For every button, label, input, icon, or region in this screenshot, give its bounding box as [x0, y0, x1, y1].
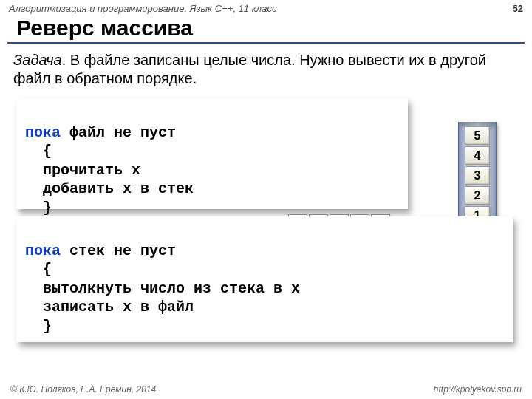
slide-title: Реверс массива — [7, 16, 525, 44]
footer-url: http://kpolyakov.spb.ru — [434, 384, 522, 395]
page-number: 52 — [513, 3, 523, 14]
stack-cell: 5 — [465, 126, 490, 145]
stack-diagram: 5 4 3 2 1 — [458, 122, 497, 231]
copyright-text: © К.Ю. Поляков, Е.А. Еремин, 2014 — [10, 384, 156, 395]
code-block-read: пока файл не пуст { прочитать x добавить… — [16, 98, 408, 209]
stack-cell: 2 — [465, 186, 490, 205]
task-text: . В файле записаны целые числа. Нужно вы… — [13, 52, 486, 86]
code-block-write: пока стек не пуст { вытолкнуть число из … — [16, 216, 513, 342]
stack-cell: 4 — [465, 146, 490, 165]
slide-header: Алгоритмизация и программирование. Язык … — [0, 0, 532, 16]
task-statement: Задача. В файле записаны целые числа. Ну… — [0, 50, 532, 95]
stack-cell: 3 — [465, 166, 490, 185]
course-title: Алгоритмизация и программирование. Язык … — [9, 3, 276, 14]
task-label: Задача — [13, 52, 62, 68]
keyword-while: пока — [25, 242, 61, 259]
keyword-while: пока — [25, 124, 61, 141]
slide-footer: © К.Ю. Поляков, Е.А. Еремин, 2014 http:/… — [0, 383, 532, 396]
